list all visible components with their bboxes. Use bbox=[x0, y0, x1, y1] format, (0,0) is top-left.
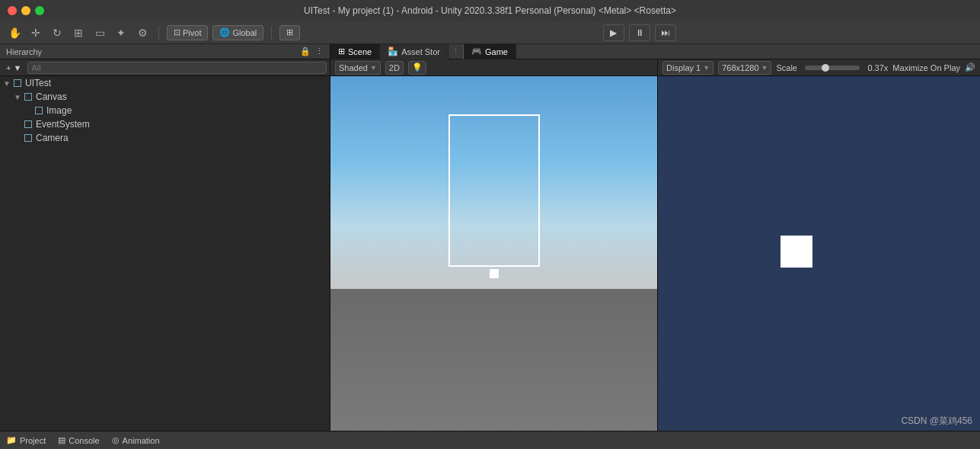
step-button[interactable]: ⏭ bbox=[655, 24, 676, 41]
hierarchy-item-eventsystem[interactable]: ▶ EventSystem bbox=[0, 117, 330, 131]
watermark-text: CSDN @菜鸡456 bbox=[901, 415, 972, 426]
game-white-square bbox=[780, 236, 812, 268]
separator-2 bbox=[271, 26, 272, 40]
pause-button[interactable]: ⏸ bbox=[629, 24, 650, 41]
scene-tab-more[interactable]: ⋮ bbox=[449, 47, 463, 56]
hierarchy-item-camera[interactable]: ▶ Camera bbox=[0, 131, 330, 145]
grid-button[interactable]: ⊞ bbox=[279, 25, 300, 40]
hierarchy-item-label: UITest bbox=[25, 78, 51, 88]
hierarchy-panel: Hierarchy 🔒 ⋮ + ▼ ▼ UITest ▼ Canvas ▶ bbox=[0, 44, 330, 431]
panels-area: ⊞ Scene 🏪 Asset Stor ⋮ 🎮 Game bbox=[330, 44, 980, 431]
more-icon[interactable]: ⋮ bbox=[315, 47, 324, 56]
minimize-button[interactable] bbox=[21, 6, 30, 15]
game-icon: 🎮 bbox=[471, 47, 482, 56]
window-controls bbox=[8, 6, 44, 15]
global-button[interactable]: 🌐 Global bbox=[212, 25, 263, 40]
close-button[interactable] bbox=[8, 6, 17, 15]
hierarchy-content: ▼ UITest ▼ Canvas ▶ Image ▶ EventSystem bbox=[0, 76, 330, 431]
cube-icon-eventsystem bbox=[23, 119, 34, 130]
scale-slider-handle bbox=[822, 64, 829, 72]
hierarchy-item-canvas[interactable]: ▼ Canvas bbox=[0, 90, 330, 104]
move-tool-icon[interactable]: ✛ bbox=[27, 24, 44, 41]
tab-asset-store[interactable]: 🏪 Asset Stor bbox=[380, 44, 449, 59]
animation-label: Animation bbox=[123, 436, 160, 445]
tab-game[interactable]: 🎮 Game bbox=[464, 44, 516, 59]
hierarchy-item-image[interactable]: ▶ Image bbox=[0, 104, 330, 117]
pivot-icon: ⊡ bbox=[174, 27, 180, 37]
hierarchy-title: Hierarchy bbox=[6, 47, 42, 56]
console-label: Console bbox=[69, 436, 99, 445]
tab-animation[interactable]: ◎ Animation bbox=[112, 435, 160, 445]
lock-icon[interactable]: 🔒 bbox=[300, 47, 311, 56]
watermark: CSDN @菜鸡456 bbox=[901, 415, 972, 428]
game-tab-group: 🎮 Game bbox=[464, 44, 516, 59]
title-bar: UITest - My project (1) - Android - Unit… bbox=[0, 0, 980, 21]
tab-project[interactable]: 📁 Project bbox=[6, 435, 46, 445]
cube-icon-uitest bbox=[12, 78, 23, 88]
scale-tool-icon[interactable]: ⊞ bbox=[70, 24, 87, 41]
playback-controls: ▶ ⏸ ⏭ bbox=[305, 24, 974, 41]
cube-icon-camera bbox=[23, 133, 34, 143]
separator-1 bbox=[158, 26, 159, 40]
scale-slider[interactable] bbox=[805, 66, 860, 70]
play-button[interactable]: ▶ bbox=[603, 24, 624, 41]
panels-content: Shaded ▼ 2D 💡 bbox=[330, 59, 980, 431]
animation-icon: ◎ bbox=[112, 435, 120, 445]
scene-grid-icon: ⊞ bbox=[338, 47, 345, 56]
pivot-button[interactable]: ⊡ Pivot bbox=[167, 25, 208, 40]
hierarchy-item-label: EventSystem bbox=[36, 119, 90, 130]
hand-tool-icon[interactable]: ✋ bbox=[6, 24, 23, 41]
scene-ground bbox=[330, 289, 657, 431]
display-chevron-icon: ▼ bbox=[703, 64, 710, 72]
cube-icon-image bbox=[34, 105, 44, 116]
cube-icon-canvas bbox=[23, 91, 34, 102]
globe-icon: 🌐 bbox=[219, 27, 230, 37]
tab-asset-store-label: Asset Stor bbox=[401, 47, 440, 56]
tab-scene-label: Scene bbox=[348, 47, 372, 56]
scene-tab-group: ⊞ Scene 🏪 Asset Stor ⋮ bbox=[330, 44, 463, 59]
expand-arrow-image: ▶ bbox=[24, 107, 34, 115]
tab-console[interactable]: ▤ Console bbox=[58, 435, 99, 445]
lighting-toggle[interactable]: 💡 bbox=[408, 61, 426, 75]
scene-cube-object bbox=[490, 269, 499, 278]
chevron-down-icon: ▼ bbox=[370, 64, 377, 72]
custom-tool-icon[interactable]: ⚙ bbox=[134, 24, 151, 41]
panels-tabs-row: ⊞ Scene 🏪 Asset Stor ⋮ 🎮 Game bbox=[330, 44, 980, 59]
main-toolbar: ✋ ✛ ↻ ⊞ ▭ ✦ ⚙ ⊡ Pivot 🌐 Global ⊞ ▶ ⏸ ⏭ bbox=[0, 21, 980, 44]
scene-view[interactable] bbox=[330, 76, 657, 431]
hierarchy-item-label: Image bbox=[46, 105, 72, 116]
game-toolbar: Display 1 ▼ 768x1280 ▼ Scale 0.37x Maxim… bbox=[658, 59, 980, 76]
display-dropdown[interactable]: Display 1 ▼ bbox=[662, 61, 713, 75]
main-layout: Hierarchy 🔒 ⋮ + ▼ ▼ UITest ▼ Canvas ▶ bbox=[0, 44, 980, 431]
2d-toggle[interactable]: 2D bbox=[385, 61, 404, 75]
project-label: Project bbox=[20, 436, 46, 445]
expand-arrow-eventsystem: ▶ bbox=[14, 120, 23, 129]
maximize-on-play-label[interactable]: Maximize On Play bbox=[892, 63, 960, 72]
hierarchy-item-label: Canvas bbox=[36, 91, 67, 102]
resolution-dropdown[interactable]: 768x1280 ▼ bbox=[718, 61, 771, 75]
console-icon: ▤ bbox=[58, 435, 65, 445]
hierarchy-item-uitest[interactable]: ▼ UITest bbox=[0, 76, 330, 90]
scene-toolbar: Shaded ▼ 2D 💡 bbox=[330, 59, 657, 76]
expand-arrow-camera: ▶ bbox=[14, 134, 23, 143]
transform-tool-icon[interactable]: ✦ bbox=[113, 24, 129, 41]
hierarchy-search-input[interactable] bbox=[27, 62, 327, 74]
camera-preview-rect bbox=[449, 114, 540, 267]
tab-scene[interactable]: ⊞ Scene bbox=[330, 44, 380, 59]
scale-value: 0.37x bbox=[867, 63, 888, 72]
scale-label: Scale bbox=[776, 63, 797, 72]
rotate-tool-icon[interactable]: ↻ bbox=[49, 24, 65, 41]
game-panel: Display 1 ▼ 768x1280 ▼ Scale 0.37x Maxim… bbox=[658, 59, 980, 431]
shading-dropdown[interactable]: Shaded ▼ bbox=[335, 61, 381, 75]
hierarchy-item-label: Camera bbox=[36, 133, 69, 143]
scene-panel: Shaded ▼ 2D 💡 bbox=[330, 59, 658, 431]
audio-icon[interactable]: 🔊 bbox=[965, 63, 975, 72]
hierarchy-add-button[interactable]: + ▼ bbox=[3, 63, 24, 72]
maximize-button[interactable] bbox=[35, 6, 44, 15]
hierarchy-toolbar: + ▼ bbox=[0, 59, 330, 76]
window-title: UITest - My project (1) - Android - Unit… bbox=[304, 5, 676, 16]
bottom-bar: 📁 Project ▤ Console ◎ Animation bbox=[0, 431, 980, 449]
rect-tool-icon[interactable]: ▭ bbox=[91, 24, 108, 41]
project-icon: 📁 bbox=[6, 435, 17, 445]
game-view[interactable] bbox=[658, 76, 980, 431]
